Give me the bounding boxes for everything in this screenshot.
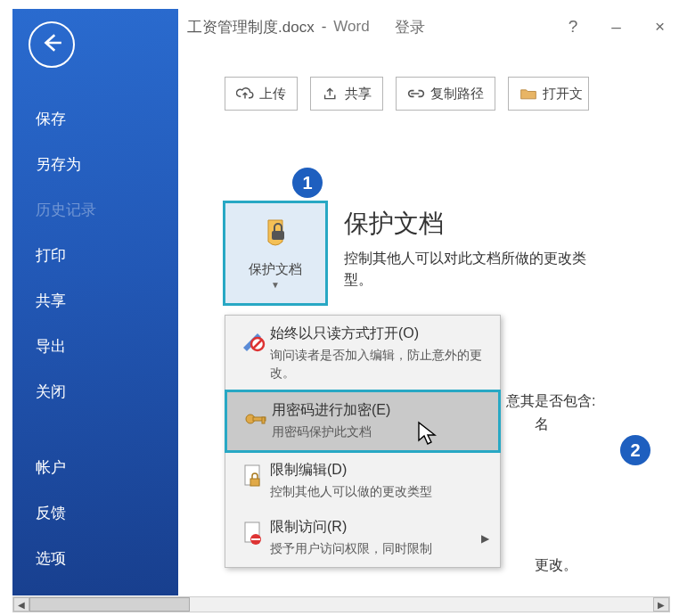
sidebar-item-print[interactable]: 打印 [12, 233, 178, 278]
menu-item-restrict-access-title: 限制访问(R) [270, 518, 478, 537]
protect-document-button[interactable]: 保护文档 ▼ [223, 201, 328, 306]
menu-item-encrypt-desc: 用密码保护此文档 [272, 423, 487, 441]
title-bar: 工资管理制度.docx - Word 登录 ? – × [178, 9, 679, 45]
menu-item-readonly-title: 始终以只读方式打开(O) [270, 324, 489, 343]
svg-rect-5 [262, 417, 265, 423]
document-name: 工资管理制度.docx [187, 17, 315, 37]
protect-document-heading: 保护文档 [344, 207, 611, 241]
annotation-step-1: 1 [292, 168, 323, 198]
submenu-arrow-icon: ▶ [481, 532, 489, 545]
folder-open-icon [519, 86, 537, 101]
upload-label: 上传 [259, 86, 286, 103]
shield-lock-icon [256, 217, 295, 256]
info-toolbar: 上传 共享 复制路径 打开文 [225, 77, 589, 111]
help-button[interactable]: ? [561, 13, 585, 40]
menu-item-restrict-edit[interactable]: 限制编辑(D) 控制其他人可以做的更改类型 [225, 452, 500, 510]
scroll-track[interactable] [29, 597, 653, 612]
sidebar-item-saveas[interactable]: 另存为 [12, 142, 178, 187]
sidebar-item-account[interactable]: 帐户 [12, 445, 178, 490]
back-arrow-icon [40, 31, 63, 58]
open-file-location-label: 打开文 [543, 86, 583, 103]
upload-button[interactable]: 上传 [225, 77, 298, 111]
backstage-sidebar: 保存 另存为 历史记录 打印 共享 导出 关闭 帐户 反馈 选项 [12, 9, 178, 595]
sidebar-item-save[interactable]: 保存 [12, 96, 178, 142]
inspect-document-partial-text-3: 更改。 [535, 556, 577, 575]
svg-rect-0 [272, 231, 284, 240]
dropdown-arrow-icon: ▼ [271, 280, 280, 290]
protect-document-menu: 始终以只读方式打开(O) 询问读者是否加入编辑，防止意外的更改。 用密码进行加密… [225, 315, 501, 568]
menu-item-readonly-desc: 询问读者是否加入编辑，防止意外的更改。 [270, 347, 489, 382]
menu-item-restrict-access[interactable]: 限制访问(R) 授予用户访问权限，同时限制 ▶ [225, 509, 500, 567]
key-icon [238, 401, 272, 430]
document-lock-icon [236, 461, 270, 489]
inspect-document-partial-text: 意其是否包含: [506, 392, 595, 411]
sidebar-item-feedback[interactable]: 反馈 [12, 490, 178, 536]
horizontal-scrollbar[interactable]: ◀ ▶ [12, 596, 670, 612]
share-button[interactable]: 共享 [310, 77, 383, 111]
title-separator: - [322, 18, 327, 36]
app-name: Word [333, 18, 369, 36]
login-link[interactable]: 登录 [395, 17, 425, 37]
minimize-button[interactable]: – [604, 13, 628, 40]
cloud-upload-icon [236, 86, 254, 101]
svg-rect-7 [250, 479, 259, 486]
pen-prohibit-icon [236, 324, 270, 353]
sidebar-item-options[interactable]: 选项 [12, 536, 178, 581]
menu-item-restrict-edit-title: 限制编辑(D) [270, 461, 489, 480]
sidebar-item-share[interactable]: 共享 [12, 278, 178, 324]
menu-item-readonly[interactable]: 始终以只读方式打开(O) 询问读者是否加入编辑，防止意外的更改。 [225, 316, 500, 390]
svg-rect-10 [251, 538, 260, 540]
menu-item-restrict-edit-desc: 控制其他人可以做的更改类型 [270, 483, 489, 501]
scroll-left-button[interactable]: ◀ [13, 597, 29, 612]
link-icon [407, 87, 425, 100]
annotation-step-2: 2 [620, 435, 650, 465]
document-prohibit-icon [236, 518, 270, 546]
sidebar-item-close[interactable]: 关闭 [12, 369, 178, 415]
sidebar-item-export[interactable]: 导出 [12, 324, 178, 369]
share-label: 共享 [345, 86, 372, 103]
share-icon [322, 86, 340, 101]
inspect-document-partial-text-2: 名 [535, 415, 549, 434]
scroll-right-button[interactable]: ▶ [653, 597, 669, 612]
close-window-button[interactable]: × [648, 13, 672, 40]
protect-document-label: 保护文档 [249, 261, 302, 278]
menu-item-restrict-access-desc: 授予用户访问权限，同时限制 [270, 540, 478, 558]
copy-path-button[interactable]: 复制路径 [396, 77, 495, 111]
scroll-thumb[interactable] [29, 597, 190, 612]
copy-path-label: 复制路径 [430, 86, 484, 103]
protect-document-description: 控制其他人可以对此文档所做的更改类型。 [344, 248, 611, 291]
menu-item-encrypt-title: 用密码进行加密(E) [272, 401, 487, 420]
sidebar-item-history: 历史记录 [12, 187, 178, 233]
menu-item-encrypt[interactable]: 用密码进行加密(E) 用密码保护此文档 [225, 390, 501, 453]
open-file-location-button[interactable]: 打开文 [508, 77, 589, 111]
back-button[interactable] [29, 21, 75, 68]
